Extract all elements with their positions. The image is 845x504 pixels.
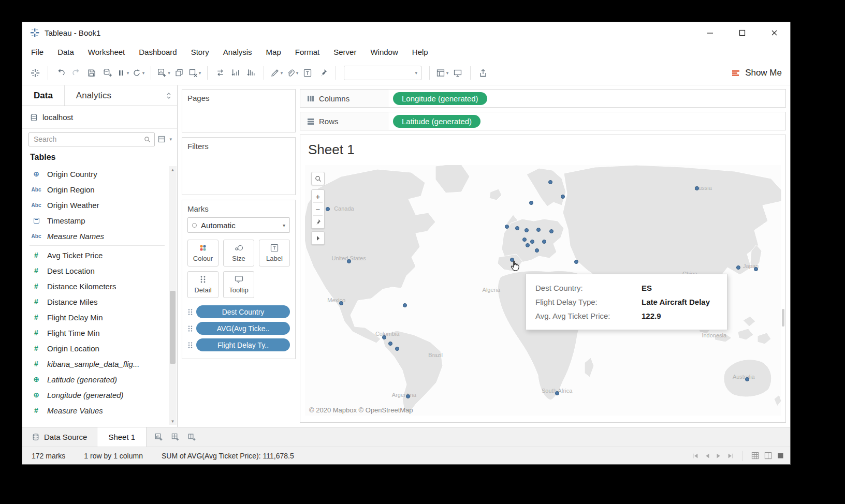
show-mark-labels-button[interactable] [300, 65, 315, 81]
marks-pill-flight-delay[interactable]: Flight Delay Ty.. [196, 338, 290, 351]
show-hide-cards-button[interactable]: ▾ [434, 65, 450, 81]
menu-server[interactable]: Server [333, 48, 356, 56]
show-me-button[interactable]: Show Me [731, 68, 782, 78]
sidebar-scrollbar[interactable]: ▲ ▼ [169, 166, 177, 425]
field-row[interactable]: # Flight Delay Min [26, 309, 167, 325]
sheet-scrollbar-thumb[interactable] [782, 309, 784, 327]
run-auto-updates-button[interactable]: ▾ [130, 65, 146, 81]
undo-button[interactable] [53, 65, 68, 81]
scroll-up-icon[interactable]: ▲ [171, 166, 175, 173]
previous-page-icon[interactable] [704, 452, 710, 459]
map-view[interactable]: CanadaUnited StatesMexicoColombiaBrazilA… [305, 165, 781, 416]
marks-pill-dest-country[interactable]: Dest Country [196, 305, 290, 318]
clear-sheet-button[interactable]: ▾ [187, 65, 202, 81]
pane-options-button[interactable] [166, 85, 177, 106]
map-mark[interactable] [526, 243, 530, 247]
map-mark[interactable] [525, 228, 529, 232]
columns-pill-longitude[interactable]: Longitude (generated) [393, 92, 487, 105]
new-data-source-button[interactable] [99, 65, 115, 81]
tooltip-button[interactable]: Tooltip [223, 271, 254, 298]
zoom-in-button[interactable]: + [312, 190, 324, 202]
group-members-button[interactable]: ▾ [284, 65, 300, 81]
map-mark[interactable] [505, 225, 509, 229]
view-as-list-button[interactable] [158, 136, 165, 143]
menu-story[interactable]: Story [191, 48, 209, 56]
menu-analysis[interactable]: Analysis [223, 48, 252, 56]
map-mark[interactable] [522, 238, 527, 242]
field-row[interactable]: ⊕ Origin Country [26, 166, 167, 182]
field-row[interactable]: # Flight Time Min [26, 325, 167, 340]
map-controls-expand-button[interactable] [311, 231, 325, 245]
map-mark[interactable] [515, 226, 519, 230]
map-mark[interactable] [561, 195, 565, 199]
new-worksheet-tab-button[interactable] [152, 431, 165, 444]
pages-card[interactable]: Pages [182, 89, 296, 132]
map-mark[interactable] [406, 394, 410, 398]
menu-dashboard[interactable]: Dashboard [139, 48, 177, 56]
field-row[interactable]: Abc Measure Names [26, 228, 167, 244]
field-row[interactable]: Abc Origin Weather [26, 197, 167, 213]
field-row[interactable]: ⊕ Latitude (generated) [26, 372, 167, 387]
highlight-button[interactable]: ▾ [269, 65, 284, 81]
size-button[interactable]: Size [223, 240, 254, 266]
new-worksheet-button[interactable]: ▾ [156, 65, 171, 81]
map-mark[interactable] [549, 229, 553, 233]
map-mark[interactable] [536, 228, 541, 232]
scroll-down-icon[interactable]: ▼ [171, 418, 175, 425]
redo-button[interactable] [68, 65, 84, 81]
fit-dropdown[interactable]: ▾ [344, 66, 421, 80]
map-mark[interactable] [555, 391, 559, 395]
menu-window[interactable]: Window [370, 48, 398, 56]
map-pin-button[interactable] [312, 216, 324, 228]
field-row[interactable]: # Avg Ticket Price [26, 247, 167, 263]
data-source-tab[interactable]: Data Source [22, 427, 97, 447]
tab-analytics[interactable]: Analytics [64, 85, 123, 106]
field-row[interactable]: ⊕ Longitude (generated) [26, 387, 167, 403]
map-mark[interactable] [403, 303, 407, 307]
rows-shelf[interactable]: Rows Latitude (generated) [300, 112, 786, 130]
field-row[interactable]: # Origin Location [26, 340, 167, 356]
field-row[interactable]: # kibana_sample_data_flig... [26, 356, 167, 372]
map-mark[interactable] [548, 180, 552, 184]
map-mark[interactable] [326, 207, 330, 211]
new-story-tab-button[interactable] [185, 431, 198, 444]
sheet-1-tab[interactable]: Sheet 1 [97, 427, 147, 447]
map-mark[interactable] [754, 267, 758, 271]
field-row[interactable]: # Distance Miles [26, 294, 167, 309]
map-mark[interactable] [695, 186, 699, 190]
field-row[interactable]: # Dest Location [26, 263, 167, 278]
map-mark[interactable] [530, 240, 534, 244]
first-page-icon[interactable] [692, 452, 699, 459]
scroll-thumb[interactable] [170, 291, 176, 364]
close-button[interactable] [758, 22, 790, 43]
label-button[interactable]: Label [259, 240, 290, 266]
duplicate-button[interactable] [171, 65, 187, 81]
pause-auto-updates-button[interactable]: ▾ [115, 65, 130, 81]
columns-shelf[interactable]: Columns Longitude (generated) [300, 89, 786, 108]
map-mark[interactable] [382, 335, 386, 339]
map-search-button[interactable] [311, 172, 325, 185]
map-mark[interactable] [529, 201, 533, 205]
maximize-button[interactable] [726, 22, 758, 43]
search-input[interactable] [33, 135, 144, 144]
new-dashboard-tab-button[interactable] [168, 431, 182, 444]
presentation-mode-button[interactable] [450, 65, 465, 81]
split-view-icon[interactable] [764, 452, 772, 459]
marks-pill-avg-ticket[interactable]: AVG(Avg Ticke.. [196, 322, 290, 335]
map-mark[interactable] [535, 248, 539, 253]
swap-rows-columns-button[interactable] [212, 65, 228, 81]
rows-pill-latitude[interactable]: Latitude (generated) [393, 115, 480, 128]
next-page-icon[interactable] [716, 452, 722, 459]
filters-card[interactable]: Filters [182, 137, 296, 195]
sort-descending-button[interactable] [243, 65, 259, 81]
connection-row[interactable]: localhost [22, 106, 177, 129]
share-workbook-button[interactable] [475, 65, 491, 81]
start-page-button[interactable] [27, 65, 43, 81]
minimize-button[interactable] [694, 22, 726, 43]
menu-map[interactable]: Map [266, 48, 281, 56]
colour-button[interactable]: Colour [187, 240, 218, 266]
last-page-icon[interactable] [727, 452, 734, 459]
mark-type-dropdown[interactable]: Automatic ▾ [187, 217, 290, 233]
field-row[interactable]: Timestamp [26, 213, 167, 228]
map-mark[interactable] [574, 260, 578, 264]
